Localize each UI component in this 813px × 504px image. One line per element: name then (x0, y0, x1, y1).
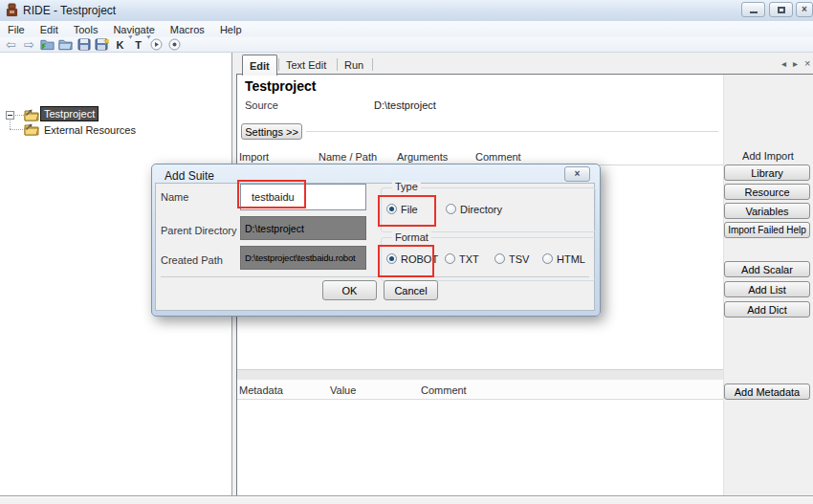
parent-directory-label: Parent Directory (161, 225, 236, 236)
format-group-label: Format (392, 231, 431, 243)
back-arrow-icon[interactable]: ⇦ (3, 37, 19, 52)
title-bar[interactable]: RIDE - Testproject (0, 0, 813, 22)
format-tsv-radio[interactable] (494, 253, 505, 264)
tree-item-external-resources[interactable]: External Resources (41, 124, 139, 136)
name-path-col-header: Name / Path (319, 151, 377, 163)
suite-folder-icon (24, 109, 39, 121)
search-keywords-icon[interactable]: K (112, 37, 128, 52)
stop-icon[interactable] (166, 37, 183, 52)
close-button[interactable]: × (796, 2, 813, 17)
format-txt-radio[interactable] (445, 253, 455, 264)
toolbar: ⇦ ⇨ K T (0, 37, 813, 53)
settings-toggle-button[interactable]: Settings >> (241, 123, 302, 140)
suite-name-input[interactable]: testbaidu (240, 184, 366, 210)
name-label: Name (161, 191, 188, 203)
parent-directory-field: D:\testproject (240, 216, 366, 240)
type-file-radio[interactable] (386, 204, 397, 214)
tab-close-icon[interactable]: × (804, 58, 810, 69)
tab-run[interactable]: Run (338, 55, 370, 74)
created-path-field: D:\testproject\testbaidu.robot (240, 246, 366, 270)
format-tsv-label: TSV (509, 253, 529, 265)
minimize-button[interactable] (741, 2, 765, 17)
section-divider (237, 369, 723, 380)
tree-connector (10, 129, 23, 130)
comment-col-header: Comment (475, 151, 521, 163)
tree-expander-icon[interactable] (6, 111, 14, 120)
resource-button[interactable]: Resource (724, 184, 810, 200)
search-tests-icon[interactable]: T (130, 37, 146, 52)
source-value: D:\testproject (374, 99, 436, 111)
variables-button[interactable]: Variables (724, 203, 810, 219)
maximize-button[interactable] (769, 2, 793, 17)
type-directory-label: Directory (460, 204, 502, 215)
menu-item-edit[interactable]: Edit (33, 24, 66, 35)
type-directory-radio[interactable] (446, 204, 456, 214)
app-robot-icon (5, 3, 19, 18)
tab-scroll-left-icon[interactable]: ◂ (781, 59, 786, 69)
ride-window: RIDE - Testproject × File Edit Tools Nav… (0, 0, 813, 504)
menu-item-file[interactable]: File (0, 24, 33, 35)
menu-item-macros[interactable]: Macros (163, 24, 212, 35)
close-icon: × (802, 5, 807, 14)
add-scalar-button[interactable]: Add Scalar (724, 261, 810, 277)
add-list-button[interactable]: Add List (724, 281, 810, 297)
source-label: Source (245, 99, 278, 111)
cancel-button[interactable]: Cancel (384, 280, 438, 300)
add-dict-button[interactable]: Add Dict (724, 301, 810, 318)
run-icon[interactable] (148, 37, 165, 52)
add-import-label: Add Import (723, 150, 813, 162)
value-col-header: Value (330, 384, 356, 396)
arguments-col-header: Arguments (397, 151, 448, 163)
menu-item-tools[interactable]: Tools (66, 24, 106, 35)
tree-item-testproject[interactable]: Testproject (41, 108, 98, 120)
tab-scroll-right-icon[interactable]: ▸ (793, 59, 798, 69)
resources-folder-icon (24, 123, 39, 136)
import-col-header: Import (239, 151, 269, 163)
metadata-comment-col-header: Comment (421, 384, 467, 396)
dialog-title: Add Suite (165, 169, 214, 183)
add-metadata-button[interactable]: Add Metadata (724, 383, 810, 400)
menu-bar: File Edit Tools Navigate Macros Help (0, 21, 813, 38)
tree-connector (15, 115, 24, 116)
created-path-label: Created Path (161, 254, 223, 266)
format-robot-label: ROBOT (401, 253, 438, 265)
suite-title: Testproject (245, 78, 316, 94)
type-group-label: Type (392, 181, 421, 192)
minimize-icon (750, 11, 758, 13)
save-icon[interactable] (76, 37, 92, 52)
window-title: RIDE - Testproject (23, 4, 116, 17)
separator (161, 276, 589, 277)
menu-item-navigate[interactable]: Navigate (105, 24, 162, 35)
format-html-radio[interactable] (542, 253, 553, 264)
tab-text-edit[interactable]: Text Edit (279, 55, 333, 74)
tree-connector (10, 121, 11, 129)
tab-edit[interactable]: Edit (242, 55, 277, 76)
maximize-icon (778, 7, 785, 13)
dialog-close-icon: × (575, 169, 581, 179)
menu-item-help[interactable]: Help (212, 24, 250, 35)
format-robot-radio[interactable] (386, 253, 397, 264)
format-txt-label: TXT (459, 253, 479, 265)
type-file-label: File (401, 204, 418, 215)
separator (306, 131, 718, 132)
tab-separator (372, 58, 373, 71)
metadata-header-row (237, 380, 723, 400)
open-suite-icon[interactable] (39, 37, 55, 52)
open-directory-icon[interactable] (57, 37, 74, 52)
import-failed-help-button[interactable]: Import Failed Help (724, 222, 810, 238)
tab-strip: Edit Text Edit Run (236, 55, 813, 75)
metadata-col-header: Metadata (239, 384, 283, 396)
forward-arrow-icon[interactable]: ⇨ (21, 37, 37, 52)
status-bar (0, 496, 813, 504)
panel-border (236, 74, 813, 75)
dialog-close-button[interactable]: × (564, 166, 590, 182)
ok-button[interactable]: OK (322, 280, 377, 300)
library-button[interactable]: Library (724, 164, 810, 181)
format-html-label: HTML (557, 253, 585, 265)
save-all-icon[interactable] (94, 37, 110, 52)
